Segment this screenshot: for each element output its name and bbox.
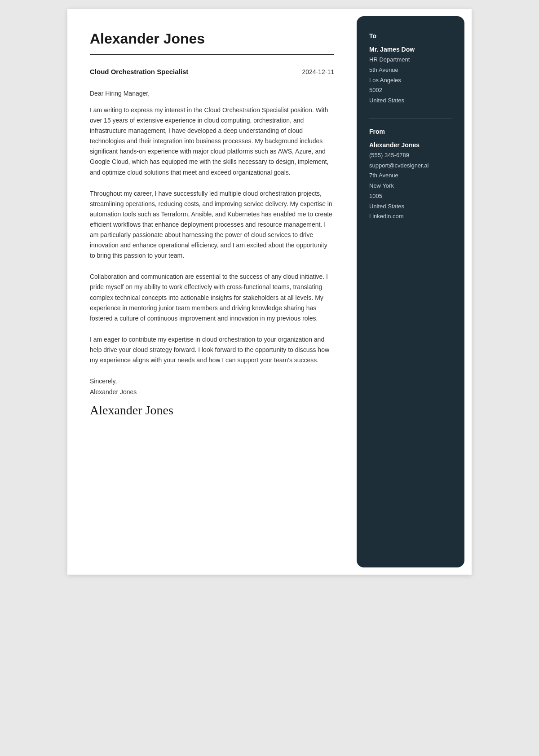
sidebar: To Mr. James Dow HR Department 5th Avenu… [357,16,464,567]
recipient-country: United States [369,96,452,106]
paragraph-3: Collaboration and communication are esse… [90,272,334,323]
closing-line2: Alexander Jones [90,387,334,398]
salutation: Dear Hiring Manager, [90,90,334,97]
recipient-department: HR Department [369,55,452,65]
job-title: Cloud Orchestration Specialist [90,68,188,75]
sender-street: 7th Avenue [369,171,452,181]
paragraph-2: Throughout my career, I have successfull… [90,189,334,261]
sender-city: New York [369,181,452,191]
to-section: To Mr. James Dow HR Department 5th Avenu… [369,32,452,106]
author-name: Alexander Jones [90,31,334,47]
header-divider [90,54,334,55]
meta-row: Cloud Orchestration Specialist 2024-12-1… [90,68,334,75]
recipient-city: Los Angeles [369,75,452,86]
signature: Alexander Jones [90,403,334,418]
recipient-zip: 5002 [369,85,452,96]
sender-zip: 1005 [369,191,452,202]
sender-linkedin: Linkedin.com [369,211,452,222]
sidebar-divider [369,119,452,119]
from-section: From Alexander Jones (555) 345-6789 supp… [369,128,452,222]
sender-phone: (555) 345-6789 [369,150,452,161]
sender-country: United States [369,202,452,212]
recipient-street: 5th Avenue [369,65,452,75]
from-label: From [369,128,452,135]
paragraph-1: I am writing to express my interest in t… [90,105,334,178]
closing-block: Sincerely, Alexander Jones [90,376,334,398]
closing-line1: Sincerely, [90,376,334,387]
paragraph-4: I am eager to contribute my expertise in… [90,334,334,365]
cover-letter-page: Alexander Jones Cloud Orchestration Spec… [67,9,472,575]
letter-date: 2024-12-11 [302,68,334,75]
main-content: Alexander Jones Cloud Orchestration Spec… [67,9,357,575]
sender-name: Alexander Jones [369,141,452,149]
sender-email: support@cvdesigner.ai [369,161,452,171]
to-label: To [369,32,452,40]
recipient-name: Mr. James Dow [369,46,452,53]
